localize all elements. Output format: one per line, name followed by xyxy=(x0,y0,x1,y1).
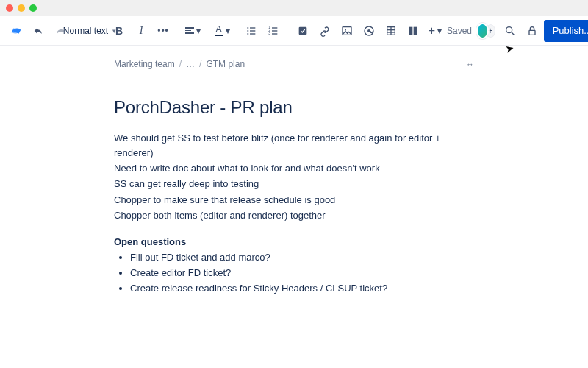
svg-rect-5 xyxy=(250,33,255,34)
breadcrumb-ellipsis[interactable]: … xyxy=(186,59,195,69)
window-zoom-dot[interactable] xyxy=(29,4,37,12)
restrictions-button[interactable] xyxy=(522,21,542,41)
svg-rect-9 xyxy=(272,30,277,31)
numbered-list-button[interactable]: 123 xyxy=(263,21,284,41)
chevron-down-icon: ▾ xyxy=(196,26,201,36)
more-formatting-button[interactable]: ••• xyxy=(153,21,173,41)
body-paragraph[interactable]: SS can get really deep into testing xyxy=(114,177,474,191)
publish-button[interactable]: Publish... xyxy=(544,20,588,42)
breadcrumb: Marketing team / … / GTM plan ↔ xyxy=(114,59,474,69)
svg-rect-1 xyxy=(250,27,255,28)
svg-point-23 xyxy=(506,26,512,32)
editor-toolbar: Normal text ▾ B I ••• ▾ A ▾ 123 xyxy=(0,16,588,46)
window-close-dot[interactable] xyxy=(6,4,13,12)
redo-button[interactable] xyxy=(50,21,71,41)
breadcrumb-current[interactable]: GTM plan xyxy=(206,59,245,69)
svg-rect-21 xyxy=(409,26,413,35)
confluence-logo[interactable] xyxy=(6,21,26,41)
list-item[interactable]: Create editor FD ticket? xyxy=(130,266,474,280)
save-status: Saved xyxy=(447,26,472,36)
body-paragraph[interactable]: Chopper to make sure that release schedu… xyxy=(114,193,474,208)
window-minimize-dot[interactable] xyxy=(18,4,25,12)
svg-rect-22 xyxy=(414,26,417,35)
publish-label: Publish... xyxy=(553,25,588,36)
section-heading[interactable]: Open questions xyxy=(114,236,474,247)
svg-line-24 xyxy=(512,32,514,35)
svg-point-14 xyxy=(345,29,346,30)
chevron-down-icon: ▾ xyxy=(437,26,442,36)
list-item[interactable]: Fill out FD ticket and add marco? xyxy=(130,250,474,265)
svg-rect-25 xyxy=(529,30,535,35)
mention-button[interactable] xyxy=(359,21,379,41)
svg-rect-12 xyxy=(299,26,307,35)
insert-more-dropdown[interactable]: + ▾ xyxy=(425,21,445,41)
body-paragraph[interactable]: Need to write doc about what to look for… xyxy=(114,161,474,176)
text-color-dropdown[interactable]: A ▾ xyxy=(212,21,232,41)
align-left-icon xyxy=(185,27,194,34)
bold-button[interactable]: B xyxy=(109,21,129,41)
list-item[interactable]: Create release readiness for Sticky Head… xyxy=(130,281,474,296)
bullet-list-button[interactable] xyxy=(241,21,262,41)
svg-text:3: 3 xyxy=(268,32,270,35)
page-width-toggle-icon[interactable]: ↔ xyxy=(466,60,474,68)
color-swatch xyxy=(215,35,223,36)
link-button[interactable] xyxy=(315,21,335,41)
svg-point-4 xyxy=(247,33,248,35)
svg-rect-3 xyxy=(250,30,255,31)
layouts-button[interactable] xyxy=(403,21,423,41)
open-questions-list[interactable]: Fill out FD ticket and add marco? Create… xyxy=(114,250,474,296)
action-item-button[interactable] xyxy=(293,21,313,41)
chevron-down-icon: ▾ xyxy=(226,26,230,36)
find-button[interactable] xyxy=(500,21,520,41)
svg-rect-7 xyxy=(272,27,277,28)
avatar[interactable] xyxy=(476,23,489,39)
page-title[interactable]: PorchDasher - PR plan xyxy=(114,97,474,118)
editor-canvas[interactable]: Marketing team / … / GTM plan ↔ PorchDas… xyxy=(0,46,588,368)
window-titlebar xyxy=(0,0,588,16)
body-paragraph[interactable]: We should get SS to test before blitz (o… xyxy=(114,131,474,160)
svg-point-2 xyxy=(247,30,248,32)
alignment-dropdown[interactable]: ▾ xyxy=(182,21,203,41)
breadcrumb-separator: / xyxy=(199,59,201,69)
body-paragraph[interactable]: Chopper both items (editor and renderer)… xyxy=(114,208,474,223)
svg-point-0 xyxy=(247,27,248,29)
svg-rect-11 xyxy=(272,33,277,34)
text-style-dropdown[interactable]: Normal text ▾ xyxy=(79,21,100,41)
breadcrumb-separator: / xyxy=(179,59,182,69)
undo-button[interactable] xyxy=(28,21,49,41)
image-button[interactable] xyxy=(337,21,357,41)
breadcrumb-root[interactable]: Marketing team xyxy=(114,59,175,69)
table-button[interactable] xyxy=(381,21,401,41)
italic-button[interactable]: I xyxy=(131,21,151,41)
